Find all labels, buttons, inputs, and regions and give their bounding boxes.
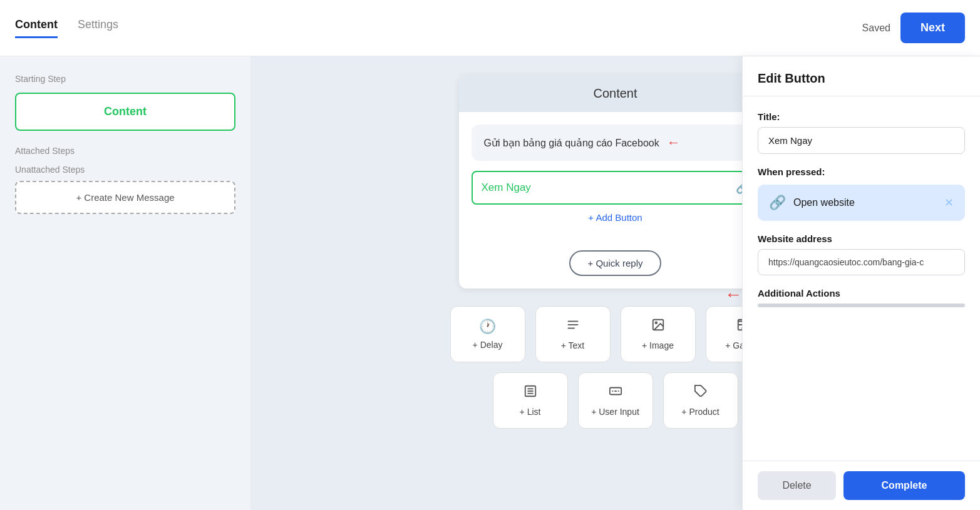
scrollbar	[758, 303, 965, 307]
list-icon	[524, 384, 537, 402]
content-step-button[interactable]: Content	[15, 93, 235, 131]
content-card-body: Gửi bạn bảng giá quảng cáo Facebook ← Xe…	[459, 112, 772, 240]
open-website-text: Open website	[793, 197, 855, 208]
xem-ngay-label: Xem Ngay	[482, 181, 531, 194]
text-icon	[566, 318, 580, 335]
open-website-left: 🔗 Open website	[769, 195, 855, 211]
arrow-left-indicator: ←	[667, 135, 681, 151]
edit-panel-footer: Delete Complete	[743, 461, 980, 510]
action-buttons-row-1: 🕐 + Delay + Text + Image + Gallery	[450, 306, 781, 362]
message-bubble: Gửi bạn bảng giá quảng cáo Facebook ←	[472, 125, 760, 161]
globe-icon: 🔗	[769, 195, 786, 211]
additional-actions-label: Additional Actions	[758, 288, 965, 298]
saved-label: Saved	[862, 23, 890, 34]
next-button[interactable]: Next	[900, 13, 965, 43]
top-bar: Content Settings Saved Next	[0, 0, 980, 56]
image-icon	[651, 318, 665, 335]
delay-button[interactable]: 🕐 + Delay	[450, 306, 525, 362]
product-label: + Product	[681, 407, 719, 417]
message-text: Gửi bạn bảng giá quảng cáo Facebook	[484, 137, 659, 149]
unattached-steps-label: Unattached Steps	[15, 165, 235, 175]
xem-ngay-button[interactable]: Xem Ngay 🔗	[472, 171, 760, 205]
user-input-button[interactable]: + User Input	[578, 372, 653, 429]
website-input[interactable]	[758, 249, 965, 275]
attached-steps-label: Attached Steps	[15, 146, 235, 156]
starting-step-label: Starting Step	[15, 74, 235, 84]
add-button-link[interactable]: + Add Button	[472, 212, 760, 223]
product-icon	[694, 384, 708, 402]
user-input-label: + User Input	[591, 407, 639, 417]
close-icon[interactable]: ✕	[944, 196, 954, 210]
text-label: + Text	[561, 340, 585, 350]
svg-point-4	[655, 322, 657, 324]
open-website-option[interactable]: 🔗 Open website ✕	[758, 185, 965, 221]
delete-button[interactable]: Delete	[758, 471, 836, 500]
complete-button[interactable]: Complete	[843, 471, 965, 500]
list-label: + List	[520, 407, 541, 417]
user-input-icon	[609, 384, 622, 402]
arrow-right-indicator: ←	[725, 285, 742, 305]
edit-panel-body: Title: When pressed: 🔗 Open website ✕ We…	[743, 96, 980, 461]
tab-content[interactable]: Content	[15, 18, 58, 38]
title-label: Title:	[758, 111, 965, 122]
when-pressed-label: When pressed:	[758, 166, 965, 177]
edit-panel: Edit Button Title: When pressed: 🔗 Open …	[742, 56, 980, 510]
image-button[interactable]: + Image	[621, 306, 696, 362]
action-buttons-row-2: + List + User Input + Product	[493, 372, 738, 429]
product-button[interactable]: + Product	[663, 372, 738, 429]
tab-settings[interactable]: Settings	[78, 18, 118, 38]
content-card: Content Gửi bạn bảng giá quảng cáo Faceb…	[459, 75, 772, 288]
edit-panel-header: Edit Button	[743, 56, 980, 96]
image-label: + Image	[642, 340, 674, 350]
tabs: Content Settings	[15, 18, 118, 38]
create-new-message-button[interactable]: + Create New Message	[15, 181, 235, 214]
delay-icon: 🕐	[479, 319, 496, 335]
website-address-label: Website address	[758, 233, 965, 244]
content-card-header: Content	[459, 75, 772, 112]
title-input[interactable]	[758, 127, 965, 154]
list-button[interactable]: + List	[493, 372, 568, 429]
sidebar: Starting Step Content Attached Steps Una…	[0, 56, 250, 510]
delay-label: + Delay	[473, 340, 503, 350]
text-button[interactable]: + Text	[535, 306, 611, 362]
top-right-actions: Saved Next	[862, 13, 965, 43]
quick-reply-button[interactable]: + Quick reply	[569, 250, 662, 276]
